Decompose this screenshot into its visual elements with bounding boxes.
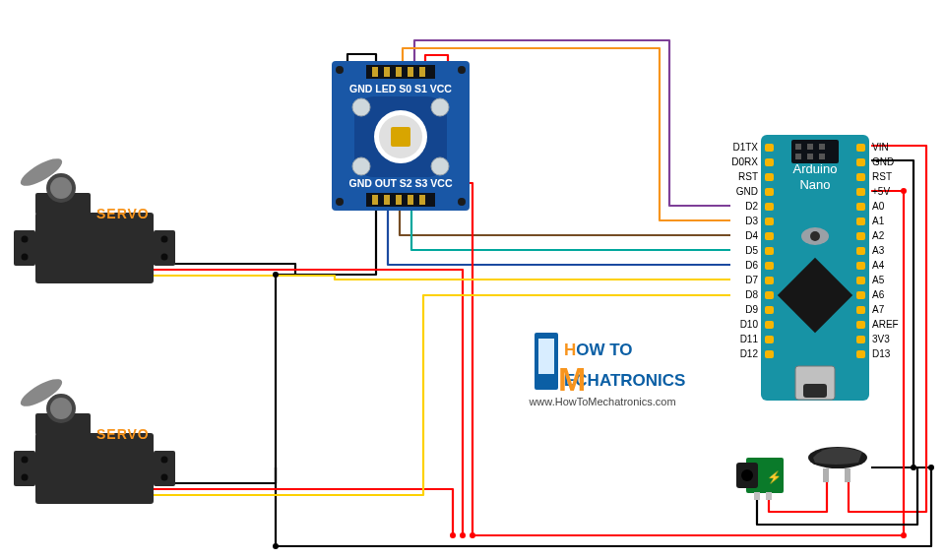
svg-text:RST: RST	[738, 171, 758, 182]
wiring-diagram: GND LED S0 S1 VCC GND OUT S2 S3 VCC SERV…	[0, 0, 945, 560]
svg-text:A1: A1	[872, 216, 885, 226]
svg-rect-72	[765, 188, 774, 196]
svg-rect-47	[154, 451, 175, 486]
svg-point-0	[273, 272, 279, 278]
svg-text:D9: D9	[745, 304, 758, 315]
svg-rect-98	[856, 350, 865, 358]
svg-point-6	[470, 532, 475, 538]
svg-rect-84	[856, 144, 865, 152]
svg-rect-139	[538, 339, 554, 374]
svg-rect-36	[154, 230, 175, 266]
svg-text:3V3: 3V3	[872, 334, 890, 344]
nano-left-pads	[765, 144, 774, 358]
svg-point-37	[22, 236, 29, 243]
arduino-nano: Arduino Nano	[731, 135, 898, 401]
svg-rect-93	[856, 277, 865, 284]
svg-point-7	[901, 532, 907, 538]
svg-rect-96	[856, 321, 865, 329]
logo-m: M	[558, 360, 586, 398]
svg-rect-97	[856, 336, 865, 343]
svg-rect-83	[765, 350, 774, 358]
svg-rect-15	[408, 67, 413, 77]
svg-rect-17	[372, 195, 378, 205]
svg-rect-21	[419, 195, 425, 205]
svg-rect-134	[766, 492, 772, 500]
svg-text:D5: D5	[745, 245, 758, 256]
svg-rect-12	[372, 67, 378, 77]
svg-text:A0: A0	[872, 201, 885, 212]
svg-rect-137	[845, 468, 850, 482]
svg-rect-20	[408, 195, 413, 205]
svg-text:D11: D11	[740, 334, 759, 344]
svg-rect-70	[765, 158, 774, 166]
svg-point-26	[352, 98, 370, 116]
svg-rect-80	[765, 306, 774, 314]
svg-rect-85	[856, 158, 865, 166]
svg-rect-79	[765, 291, 774, 299]
svg-point-131	[741, 469, 753, 481]
svg-text:D8: D8	[745, 289, 758, 300]
svg-text:D13: D13	[872, 348, 891, 359]
nano-right-labels: VINGND RST+5V A0A1 A2A3 A4A5 A6A7 AREF3V…	[872, 142, 899, 359]
svg-text:A7: A7	[872, 304, 885, 315]
sensor-top-pins-label: GND LED S0 S1 VCC	[349, 83, 452, 94]
svg-point-32	[336, 198, 344, 206]
svg-point-8	[901, 188, 907, 194]
svg-text:D1TX: D1TX	[732, 142, 758, 153]
svg-rect-57	[791, 140, 839, 163]
svg-text:D4: D4	[745, 230, 758, 241]
svg-text:A2: A2	[872, 230, 885, 241]
svg-rect-63	[819, 154, 825, 159]
nano-right-pads	[856, 144, 865, 358]
svg-rect-62	[807, 154, 813, 159]
servo-bottom-label: SERVO	[96, 426, 150, 442]
svg-rect-92	[856, 262, 865, 270]
svg-rect-58	[795, 144, 801, 150]
svg-text:A3: A3	[872, 245, 885, 256]
svg-text:GND: GND	[872, 156, 894, 167]
svg-text:D0RX: D0RX	[731, 156, 758, 167]
color-sensor: GND LED S0 S1 VCC GND OUT S2 S3 VCC	[332, 61, 470, 211]
sensor-bottom-pins-label: GND OUT S2 S3 VCC	[348, 177, 452, 189]
svg-rect-16	[419, 67, 425, 77]
svg-rect-90	[856, 232, 865, 240]
svg-point-1	[273, 543, 279, 549]
svg-rect-89	[856, 218, 865, 225]
svg-rect-34	[35, 213, 154, 283]
svg-rect-61	[795, 154, 801, 159]
svg-point-38	[22, 254, 29, 261]
svg-text:+5V: +5V	[872, 186, 890, 197]
svg-rect-87	[856, 188, 865, 196]
svg-point-49	[22, 474, 29, 481]
svg-rect-14	[396, 67, 402, 77]
svg-text:GND: GND	[736, 186, 758, 197]
svg-text:A4: A4	[872, 260, 885, 271]
svg-text:A6: A6	[872, 289, 885, 300]
svg-rect-71	[765, 173, 774, 181]
svg-rect-60	[819, 144, 825, 150]
svg-rect-65	[803, 384, 827, 398]
svg-point-68	[810, 231, 820, 241]
svg-rect-94	[856, 291, 865, 299]
svg-rect-91	[856, 247, 865, 255]
svg-point-48	[22, 457, 29, 464]
svg-rect-75	[765, 232, 774, 240]
svg-point-54	[50, 398, 72, 419]
rocker-switch	[808, 447, 867, 482]
svg-point-2	[928, 465, 934, 470]
svg-point-29	[431, 157, 449, 175]
svg-point-33	[458, 198, 466, 206]
svg-rect-82	[765, 336, 774, 343]
svg-point-27	[431, 98, 449, 116]
svg-text:A5: A5	[872, 275, 885, 285]
logo-howto: OW TO	[576, 341, 632, 359]
servo-top-label: SERVO	[96, 206, 150, 221]
svg-rect-95	[856, 306, 865, 314]
svg-rect-69	[765, 144, 774, 152]
svg-text:D12: D12	[740, 348, 759, 359]
arduino-title-2: Nano	[799, 177, 830, 192]
svg-rect-73	[765, 203, 774, 211]
logo-url: www.HowToMechatronics.com	[528, 396, 675, 407]
svg-text:D10: D10	[740, 319, 759, 330]
svg-point-5	[450, 532, 456, 538]
